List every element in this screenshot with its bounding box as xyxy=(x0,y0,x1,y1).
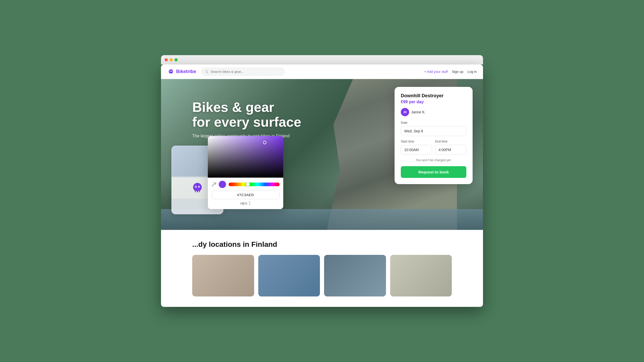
bottom-section: ...dy locations in Finland xyxy=(161,230,483,307)
owner-name: Janne K. xyxy=(411,110,426,114)
nav-right: + Add your stuff Sign up Log in xyxy=(424,70,477,74)
color-picker-card: HEX ▲ ▼ xyxy=(208,136,283,209)
svg-rect-1 xyxy=(170,73,171,74)
picker-controls xyxy=(211,181,280,188)
hero-section: Bikes & gear for every surface The large… xyxy=(161,79,483,230)
svg-point-12 xyxy=(199,186,199,187)
charge-note: You won't be charged yet. xyxy=(401,158,466,162)
svg-rect-8 xyxy=(198,191,199,192)
start-time-col: Start time xyxy=(401,140,432,155)
list-item[interactable] xyxy=(324,255,386,296)
logo-icon xyxy=(167,68,175,75)
hex-arrows[interactable]: ▲ ▼ xyxy=(248,201,251,206)
color-picker-overlay: HEX ▲ ▼ xyxy=(208,136,283,209)
hex-input-row xyxy=(211,191,280,199)
location-grid xyxy=(192,255,452,296)
rainbow-bar[interactable] xyxy=(229,183,280,186)
time-row: Start time End time xyxy=(401,140,466,155)
eyedropper-icon[interactable] xyxy=(211,182,216,187)
end-time-input[interactable] xyxy=(435,145,466,155)
color-swatch[interactable] xyxy=(219,181,226,188)
browser-chrome xyxy=(161,55,483,64)
list-item[interactable] xyxy=(390,255,452,296)
logo-area: Biketribe xyxy=(167,68,196,75)
booking-card-title: Downhill Destroyer xyxy=(401,93,466,99)
section-title: ...dy locations in Finland xyxy=(192,240,452,249)
svg-point-3 xyxy=(170,71,171,72)
end-time-col: End time xyxy=(435,140,466,155)
svg-point-4 xyxy=(171,71,172,72)
search-icon xyxy=(205,70,209,74)
rainbow-thumb xyxy=(246,182,250,186)
date-input[interactable] xyxy=(401,126,466,136)
svg-point-5 xyxy=(206,70,208,73)
svg-rect-2 xyxy=(171,73,172,74)
minimize-dot[interactable] xyxy=(170,58,173,61)
browser-window: Biketribe + Add your stuff Sign up Log i… xyxy=(161,64,483,307)
svg-rect-7 xyxy=(196,191,197,192)
maximize-dot[interactable] xyxy=(175,58,178,61)
list-item[interactable] xyxy=(258,255,320,296)
owner-avatar: JK xyxy=(401,108,409,116)
start-time-input[interactable] xyxy=(401,145,432,155)
login-link[interactable]: Log in xyxy=(468,70,477,74)
picker-gradient[interactable] xyxy=(208,136,283,178)
hex-label: HEX xyxy=(240,202,247,205)
date-label: Date xyxy=(401,121,466,125)
picker-bottom: HEX ▲ ▼ xyxy=(208,178,283,209)
signup-link[interactable]: Sign up xyxy=(452,70,463,74)
list-item[interactable] xyxy=(192,255,254,296)
search-input[interactable] xyxy=(211,70,281,74)
booking-card: Downhill Destroyer €99 per day JK Janne … xyxy=(395,87,473,184)
navbar: Biketribe + Add your stuff Sign up Log i… xyxy=(161,64,483,79)
owner-row: JK Janne K. xyxy=(401,108,466,116)
picker-cursor xyxy=(263,141,267,144)
hex-label-row: HEX ▲ ▼ xyxy=(211,201,280,206)
search-bar[interactable] xyxy=(201,68,285,75)
start-time-label: Start time xyxy=(401,140,432,143)
hex-input[interactable] xyxy=(211,191,280,199)
booking-card-price: €99 per day xyxy=(401,100,466,104)
svg-point-11 xyxy=(196,186,196,187)
book-button[interactable]: Request to book xyxy=(401,166,466,178)
logo-text: Biketribe xyxy=(176,69,196,74)
close-dot[interactable] xyxy=(165,58,168,61)
add-stuff-link[interactable]: + Add your stuff xyxy=(424,70,448,74)
skull-icon xyxy=(191,181,204,195)
end-time-label: End time xyxy=(435,140,466,143)
